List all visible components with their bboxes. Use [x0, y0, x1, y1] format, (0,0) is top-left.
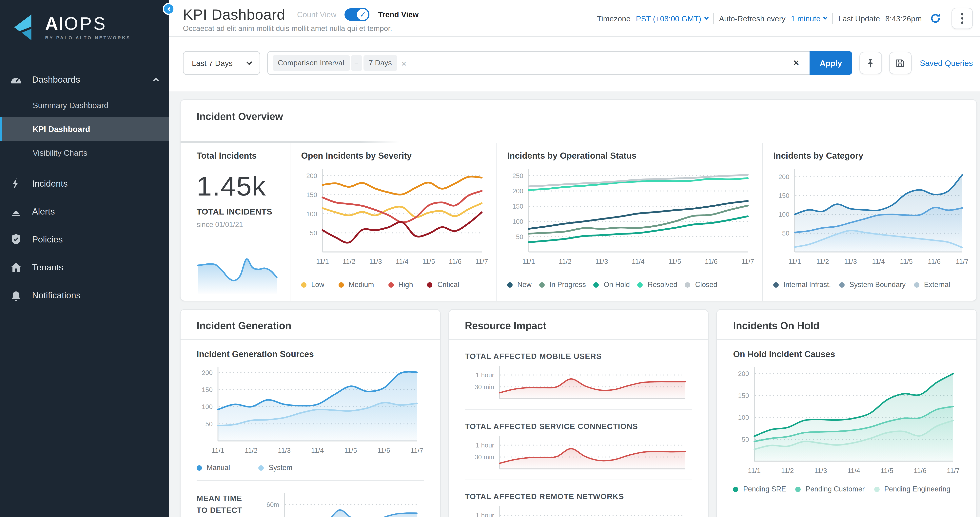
panel-title: Incidents by Operational Status — [507, 151, 754, 160]
save-button[interactable] — [889, 52, 912, 74]
pin-icon — [865, 58, 876, 68]
svg-text:200: 200 — [738, 370, 749, 377]
svg-text:11/2: 11/2 — [343, 258, 356, 265]
sidebar-collapse-button[interactable] — [163, 3, 175, 15]
svg-text:50: 50 — [205, 420, 213, 428]
generation-sources-legend: ManualSystem — [197, 464, 424, 472]
svg-text:11/6: 11/6 — [914, 467, 927, 474]
saved-queries-link[interactable]: Saved Queries — [920, 59, 973, 67]
svg-text:11/7: 11/7 — [741, 258, 754, 265]
query-input[interactable]: Comparison Interval = 7 Days × × — [267, 51, 810, 75]
legend-label: System Boundary — [850, 281, 905, 289]
legend-item[interactable]: Pending SRE — [733, 485, 786, 493]
onhold-causes-legend: Pending SREPending CustomerPending Engin… — [733, 485, 960, 493]
chip-remove-icon[interactable]: × — [401, 58, 406, 68]
svg-text:150: 150 — [306, 191, 317, 198]
shield-check-icon — [10, 233, 22, 246]
chart-title: Incident Generation Sources — [197, 349, 424, 359]
category-panel: Incidents by Category 5010015020011/111/… — [762, 143, 977, 301]
page-subtitle: Occaecat ad elit anim mollit duis mollit… — [183, 24, 392, 33]
svg-text:50: 50 — [516, 233, 523, 241]
legend-label: System — [269, 464, 293, 472]
count-view-label[interactable]: Count View — [297, 10, 336, 19]
divider — [465, 480, 692, 480]
clear-query-icon[interactable]: × — [790, 57, 802, 69]
chevron-down-icon — [823, 15, 827, 19]
svg-text:11/6: 11/6 — [377, 447, 390, 454]
generation-sources-chart: 5010015020011/111/211/311/411/511/611/7 — [197, 362, 424, 456]
svg-text:11/2: 11/2 — [781, 467, 794, 474]
legend-dot-icon — [638, 282, 643, 287]
svg-text:30 min: 30 min — [474, 383, 494, 391]
divider — [465, 409, 692, 410]
operational-status-chart: 5010015020025011/111/211/311/411/511/611… — [507, 165, 754, 267]
legend-dot-icon — [795, 487, 801, 492]
legend-item[interactable]: Medium — [339, 281, 374, 289]
card-title: Resource Impact — [449, 310, 708, 339]
time-range-dropdown[interactable]: Last 7 Days — [183, 51, 260, 75]
svg-text:60m: 60m — [266, 501, 279, 508]
autorefresh-label: Auto-Refresh every — [719, 14, 786, 23]
category-legend: Internal Infrast.System BoundaryExternal — [773, 281, 968, 295]
legend-item[interactable]: Closed — [685, 281, 717, 289]
legend-item[interactable]: External — [914, 281, 950, 289]
svg-text:200: 200 — [202, 369, 213, 377]
sidebar-item-incidents[interactable]: Incidents — [0, 169, 169, 197]
sidebar-item-notifications[interactable]: Notifications — [0, 281, 169, 309]
refresh-button[interactable] — [929, 13, 942, 24]
legend-item[interactable]: New — [507, 281, 531, 289]
legend-dot-icon — [539, 282, 545, 287]
sidebar-item-summary-dashboard[interactable]: Summary Dashboard — [0, 93, 169, 117]
legend-dot-icon — [839, 282, 845, 287]
filter-chip[interactable]: Comparison Interval = 7 Days × — [272, 55, 407, 71]
legend-dot-icon — [914, 282, 919, 287]
legend-item[interactable]: Pending Customer — [795, 485, 865, 493]
view-toggle[interactable]: ✓ — [345, 8, 370, 21]
legend-item[interactable]: High — [388, 281, 413, 289]
legend-dot-icon — [593, 282, 599, 287]
sidebar-item-policies[interactable]: Policies — [0, 225, 169, 253]
timezone-select[interactable]: PST (+08:00 GMT) — [636, 14, 708, 23]
aiops-app: AIOPS BY PALO ALTO NETWORKS Dashboards S… — [0, 0, 980, 517]
svg-text:150: 150 — [778, 192, 789, 199]
legend-item[interactable]: System Boundary — [839, 281, 905, 289]
legend-item[interactable]: In Progress — [539, 281, 586, 289]
mttd-chart: 60m30m — [258, 490, 424, 517]
svg-text:11/4: 11/4 — [848, 467, 861, 474]
last-update-label: Last Update — [838, 14, 880, 23]
legend-item[interactable]: Pending Engineering — [874, 485, 950, 493]
category-chart: 5010015020011/111/211/311/411/511/611/7 — [773, 165, 968, 267]
sidebar-item-kpi-dashboard[interactable]: KPI Dashboard — [0, 117, 169, 141]
svg-text:11/5: 11/5 — [900, 258, 913, 265]
incident-generation-card: Incident Generation Incident Generation … — [180, 309, 441, 517]
legend-label: External — [924, 281, 950, 289]
legend-item[interactable]: On Hold — [593, 281, 630, 289]
legend-item[interactable]: Resolved — [638, 281, 677, 289]
apply-button[interactable]: Apply — [810, 51, 852, 75]
legend-item[interactable]: Low — [301, 281, 324, 289]
sidebar-item-dashboards[interactable]: Dashboards — [0, 65, 169, 93]
section-title: TOTAL AFFECTED MOBILE USERS — [465, 352, 692, 361]
svg-text:11/7: 11/7 — [475, 258, 488, 265]
autorefresh-select[interactable]: 1 minute — [791, 14, 827, 23]
sidebar-item-visibility-charts[interactable]: Visibility Charts — [0, 141, 169, 164]
mttd-section: MEAN TIME TO DETECT 60m30m — [197, 490, 424, 517]
svg-text:200: 200 — [306, 172, 317, 179]
page-title: KPI Dashboard — [183, 6, 285, 23]
pin-button[interactable] — [859, 52, 882, 74]
legend-item[interactable]: System — [259, 464, 293, 472]
svg-text:250: 250 — [512, 172, 523, 179]
more-menu-button[interactable] — [951, 8, 973, 29]
trend-view-label[interactable]: Trend View — [378, 10, 418, 19]
card-title: Incident Overview — [181, 100, 977, 123]
legend-item[interactable]: Internal Infrast. — [773, 281, 831, 289]
sidebar-item-tenants[interactable]: Tenants — [0, 253, 169, 281]
sidebar-item-alerts[interactable]: Alerts — [0, 197, 169, 225]
legend-item[interactable]: Critical — [427, 281, 459, 289]
logo-mark-icon — [11, 13, 39, 41]
affected-remote-networks-chart: 1 hour30 min — [465, 503, 692, 517]
sidebar: AIOPS BY PALO ALTO NETWORKS Dashboards S… — [0, 0, 169, 517]
legend-label: Pending Customer — [806, 485, 865, 493]
svg-text:11/5: 11/5 — [881, 467, 894, 474]
legend-item[interactable]: Manual — [197, 464, 230, 472]
